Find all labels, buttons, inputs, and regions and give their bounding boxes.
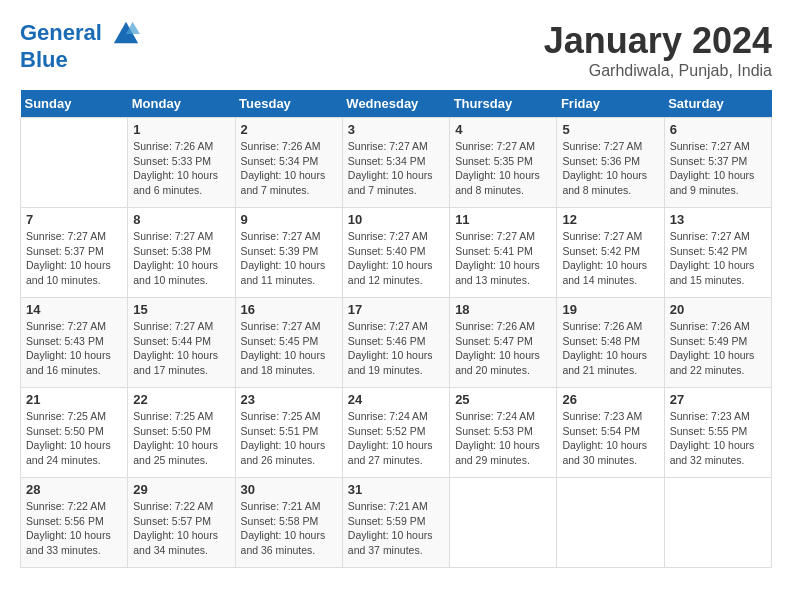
day-info: Sunrise: 7:26 AM Sunset: 5:34 PM Dayligh…: [241, 139, 337, 198]
day-number: 13: [670, 212, 766, 227]
day-info: Sunrise: 7:26 AM Sunset: 5:33 PM Dayligh…: [133, 139, 229, 198]
weekday-header-friday: Friday: [557, 90, 664, 118]
day-info: Sunrise: 7:27 AM Sunset: 5:36 PM Dayligh…: [562, 139, 658, 198]
day-number: 11: [455, 212, 551, 227]
day-info: Sunrise: 7:21 AM Sunset: 5:59 PM Dayligh…: [348, 499, 444, 558]
calendar-cell: 6Sunrise: 7:27 AM Sunset: 5:37 PM Daylig…: [664, 118, 771, 208]
day-info: Sunrise: 7:21 AM Sunset: 5:58 PM Dayligh…: [241, 499, 337, 558]
day-number: 22: [133, 392, 229, 407]
day-info: Sunrise: 7:27 AM Sunset: 5:37 PM Dayligh…: [670, 139, 766, 198]
day-info: Sunrise: 7:27 AM Sunset: 5:40 PM Dayligh…: [348, 229, 444, 288]
day-number: 9: [241, 212, 337, 227]
calendar-cell: 22Sunrise: 7:25 AM Sunset: 5:50 PM Dayli…: [128, 388, 235, 478]
day-number: 17: [348, 302, 444, 317]
calendar-cell: 19Sunrise: 7:26 AM Sunset: 5:48 PM Dayli…: [557, 298, 664, 388]
calendar-cell: 23Sunrise: 7:25 AM Sunset: 5:51 PM Dayli…: [235, 388, 342, 478]
day-info: Sunrise: 7:27 AM Sunset: 5:44 PM Dayligh…: [133, 319, 229, 378]
week-row-4: 21Sunrise: 7:25 AM Sunset: 5:50 PM Dayli…: [21, 388, 772, 478]
calendar-cell: 20Sunrise: 7:26 AM Sunset: 5:49 PM Dayli…: [664, 298, 771, 388]
day-number: 3: [348, 122, 444, 137]
day-number: 29: [133, 482, 229, 497]
calendar-cell: 2Sunrise: 7:26 AM Sunset: 5:34 PM Daylig…: [235, 118, 342, 208]
calendar-cell: 25Sunrise: 7:24 AM Sunset: 5:53 PM Dayli…: [450, 388, 557, 478]
weekday-header-monday: Monday: [128, 90, 235, 118]
logo-blue: Blue: [20, 48, 140, 72]
logo-text: General: [20, 20, 140, 48]
day-info: Sunrise: 7:27 AM Sunset: 5:41 PM Dayligh…: [455, 229, 551, 288]
weekday-header-tuesday: Tuesday: [235, 90, 342, 118]
calendar-cell: 31Sunrise: 7:21 AM Sunset: 5:59 PM Dayli…: [342, 478, 449, 568]
weekday-header-row: SundayMondayTuesdayWednesdayThursdayFrid…: [21, 90, 772, 118]
day-number: 28: [26, 482, 122, 497]
day-info: Sunrise: 7:27 AM Sunset: 5:43 PM Dayligh…: [26, 319, 122, 378]
day-info: Sunrise: 7:23 AM Sunset: 5:55 PM Dayligh…: [670, 409, 766, 468]
logo: General Blue: [20, 20, 140, 72]
day-info: Sunrise: 7:27 AM Sunset: 5:38 PM Dayligh…: [133, 229, 229, 288]
calendar-cell: 3Sunrise: 7:27 AM Sunset: 5:34 PM Daylig…: [342, 118, 449, 208]
calendar-cell: 13Sunrise: 7:27 AM Sunset: 5:42 PM Dayli…: [664, 208, 771, 298]
day-info: Sunrise: 7:26 AM Sunset: 5:47 PM Dayligh…: [455, 319, 551, 378]
month-title: January 2024: [544, 20, 772, 62]
day-number: 16: [241, 302, 337, 317]
day-info: Sunrise: 7:27 AM Sunset: 5:34 PM Dayligh…: [348, 139, 444, 198]
day-number: 7: [26, 212, 122, 227]
calendar-cell: 12Sunrise: 7:27 AM Sunset: 5:42 PM Dayli…: [557, 208, 664, 298]
day-number: 8: [133, 212, 229, 227]
day-number: 25: [455, 392, 551, 407]
week-row-5: 28Sunrise: 7:22 AM Sunset: 5:56 PM Dayli…: [21, 478, 772, 568]
calendar-cell: 30Sunrise: 7:21 AM Sunset: 5:58 PM Dayli…: [235, 478, 342, 568]
day-info: Sunrise: 7:27 AM Sunset: 5:45 PM Dayligh…: [241, 319, 337, 378]
day-number: 12: [562, 212, 658, 227]
day-info: Sunrise: 7:27 AM Sunset: 5:42 PM Dayligh…: [670, 229, 766, 288]
day-info: Sunrise: 7:27 AM Sunset: 5:37 PM Dayligh…: [26, 229, 122, 288]
week-row-3: 14Sunrise: 7:27 AM Sunset: 5:43 PM Dayli…: [21, 298, 772, 388]
day-number: 26: [562, 392, 658, 407]
day-info: Sunrise: 7:24 AM Sunset: 5:53 PM Dayligh…: [455, 409, 551, 468]
calendar-cell: 8Sunrise: 7:27 AM Sunset: 5:38 PM Daylig…: [128, 208, 235, 298]
calendar-cell: 1Sunrise: 7:26 AM Sunset: 5:33 PM Daylig…: [128, 118, 235, 208]
day-info: Sunrise: 7:23 AM Sunset: 5:54 PM Dayligh…: [562, 409, 658, 468]
day-info: Sunrise: 7:25 AM Sunset: 5:50 PM Dayligh…: [26, 409, 122, 468]
calendar-cell: 17Sunrise: 7:27 AM Sunset: 5:46 PM Dayli…: [342, 298, 449, 388]
day-info: Sunrise: 7:27 AM Sunset: 5:42 PM Dayligh…: [562, 229, 658, 288]
calendar-table: SundayMondayTuesdayWednesdayThursdayFrid…: [20, 90, 772, 568]
calendar-cell: 27Sunrise: 7:23 AM Sunset: 5:55 PM Dayli…: [664, 388, 771, 478]
day-number: 30: [241, 482, 337, 497]
title-block: January 2024 Garhdiwala, Punjab, India: [544, 20, 772, 80]
calendar-cell: 4Sunrise: 7:27 AM Sunset: 5:35 PM Daylig…: [450, 118, 557, 208]
calendar-cell: 16Sunrise: 7:27 AM Sunset: 5:45 PM Dayli…: [235, 298, 342, 388]
calendar-cell: 10Sunrise: 7:27 AM Sunset: 5:40 PM Dayli…: [342, 208, 449, 298]
day-number: 14: [26, 302, 122, 317]
calendar-cell: 14Sunrise: 7:27 AM Sunset: 5:43 PM Dayli…: [21, 298, 128, 388]
weekday-header-sunday: Sunday: [21, 90, 128, 118]
calendar-cell: 5Sunrise: 7:27 AM Sunset: 5:36 PM Daylig…: [557, 118, 664, 208]
day-number: 1: [133, 122, 229, 137]
day-info: Sunrise: 7:25 AM Sunset: 5:51 PM Dayligh…: [241, 409, 337, 468]
day-number: 31: [348, 482, 444, 497]
day-info: Sunrise: 7:26 AM Sunset: 5:48 PM Dayligh…: [562, 319, 658, 378]
day-info: Sunrise: 7:24 AM Sunset: 5:52 PM Dayligh…: [348, 409, 444, 468]
day-number: 2: [241, 122, 337, 137]
day-number: 20: [670, 302, 766, 317]
calendar-cell: 24Sunrise: 7:24 AM Sunset: 5:52 PM Dayli…: [342, 388, 449, 478]
week-row-2: 7Sunrise: 7:27 AM Sunset: 5:37 PM Daylig…: [21, 208, 772, 298]
calendar-cell: 26Sunrise: 7:23 AM Sunset: 5:54 PM Dayli…: [557, 388, 664, 478]
day-info: Sunrise: 7:25 AM Sunset: 5:50 PM Dayligh…: [133, 409, 229, 468]
day-number: 6: [670, 122, 766, 137]
day-number: 10: [348, 212, 444, 227]
week-row-1: 1Sunrise: 7:26 AM Sunset: 5:33 PM Daylig…: [21, 118, 772, 208]
day-number: 5: [562, 122, 658, 137]
day-number: 15: [133, 302, 229, 317]
calendar-cell: 28Sunrise: 7:22 AM Sunset: 5:56 PM Dayli…: [21, 478, 128, 568]
day-info: Sunrise: 7:22 AM Sunset: 5:56 PM Dayligh…: [26, 499, 122, 558]
day-number: 24: [348, 392, 444, 407]
day-number: 23: [241, 392, 337, 407]
page-header: General Blue January 2024 Garhdiwala, Pu…: [20, 20, 772, 80]
day-info: Sunrise: 7:27 AM Sunset: 5:35 PM Dayligh…: [455, 139, 551, 198]
day-number: 19: [562, 302, 658, 317]
day-info: Sunrise: 7:27 AM Sunset: 5:46 PM Dayligh…: [348, 319, 444, 378]
day-number: 27: [670, 392, 766, 407]
weekday-header-saturday: Saturday: [664, 90, 771, 118]
calendar-cell: 21Sunrise: 7:25 AM Sunset: 5:50 PM Dayli…: [21, 388, 128, 478]
day-info: Sunrise: 7:22 AM Sunset: 5:57 PM Dayligh…: [133, 499, 229, 558]
